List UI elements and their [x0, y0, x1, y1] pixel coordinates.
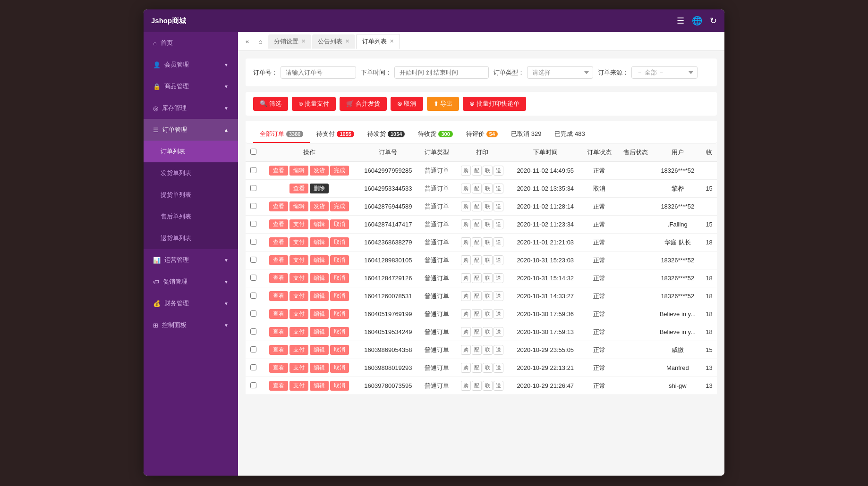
- sidebar-item-pickup-list[interactable]: 提货单列表: [144, 184, 238, 206]
- action-btn-complete[interactable]: 完成: [330, 166, 349, 176]
- status-tab-pending-ship[interactable]: 待发货 1054: [361, 126, 411, 143]
- action-btn-view[interactable]: 查看: [269, 219, 288, 229]
- action-btn-view[interactable]: 查看: [269, 166, 288, 176]
- row-checkbox[interactable]: [250, 221, 256, 227]
- tab-order-list[interactable]: 订单列表 ✕: [356, 34, 400, 49]
- action-btn-pay[interactable]: 支付: [289, 363, 308, 373]
- action-btn-cancel[interactable]: 取消: [330, 345, 349, 355]
- tab-collapse-button[interactable]: «: [242, 35, 253, 48]
- action-btn-cancel[interactable]: 取消: [330, 309, 349, 319]
- print-btn[interactable]: 联: [483, 273, 493, 283]
- sidebar-item-members[interactable]: 👤 会员管理 ▼: [144, 54, 238, 75]
- tab-home-button[interactable]: ⌂: [254, 35, 267, 48]
- globe-icon[interactable]: 🌐: [692, 16, 702, 26]
- status-tab-cancelled[interactable]: 已取消 329: [504, 126, 548, 143]
- action-btn-cancel[interactable]: 取消: [330, 363, 349, 373]
- action-btn-edit[interactable]: 编辑: [310, 309, 329, 319]
- row-checkbox[interactable]: [250, 364, 256, 370]
- tab-distribution-settings[interactable]: 分销设置 ✕: [268, 34, 311, 49]
- sidebar-item-aftersale-list[interactable]: 售后单列表: [144, 206, 238, 227]
- status-tab-pending-receive[interactable]: 待收货 300: [411, 126, 459, 143]
- action-btn-edit[interactable]: 编辑: [310, 381, 329, 391]
- print-btn[interactable]: 购: [461, 327, 471, 337]
- print-btn[interactable]: 配: [472, 345, 482, 355]
- print-btn[interactable]: 送: [494, 345, 503, 355]
- print-btn[interactable]: 联: [483, 363, 493, 373]
- print-btn[interactable]: 配: [472, 219, 482, 229]
- print-btn[interactable]: 购: [461, 219, 471, 229]
- close-icon[interactable]: ✕: [390, 38, 394, 44]
- print-btn[interactable]: 购: [461, 381, 471, 391]
- print-btn[interactable]: 配: [472, 291, 482, 301]
- print-btn[interactable]: 联: [483, 255, 493, 265]
- print-btn[interactable]: 送: [494, 219, 503, 229]
- print-btn[interactable]: 送: [494, 166, 503, 176]
- print-btn[interactable]: 购: [461, 291, 471, 301]
- action-btn-view[interactable]: 查看: [289, 184, 308, 193]
- print-btn[interactable]: 配: [472, 381, 482, 391]
- action-btn-edit[interactable]: 编辑: [310, 345, 329, 355]
- print-btn[interactable]: 送: [494, 363, 503, 373]
- sidebar-item-products[interactable]: 🔒 商品管理 ▼: [144, 75, 238, 97]
- order-type-select[interactable]: 请选择: [527, 66, 593, 79]
- action-btn-edit[interactable]: 编辑: [310, 237, 329, 247]
- print-btn[interactable]: 送: [494, 381, 503, 391]
- print-btn[interactable]: 配: [472, 237, 482, 247]
- action-btn-pay[interactable]: 支付: [289, 273, 308, 283]
- action-btn-edit[interactable]: 编辑: [310, 255, 329, 265]
- print-btn[interactable]: 购: [461, 309, 471, 319]
- action-btn-view[interactable]: 查看: [269, 273, 288, 283]
- action-btn-edit[interactable]: 编辑: [310, 291, 329, 301]
- sidebar-item-order-list[interactable]: 订单列表: [144, 141, 238, 162]
- cancel-button[interactable]: ⊗ 取消: [391, 97, 423, 111]
- print-btn[interactable]: 送: [494, 273, 503, 283]
- action-btn-view[interactable]: 查看: [269, 201, 288, 211]
- order-source-select[interactable]: － 全部 －: [631, 66, 698, 79]
- action-btn-view[interactable]: 查看: [269, 255, 288, 265]
- print-btn[interactable]: 联: [483, 309, 493, 319]
- action-btn-complete[interactable]: 完成: [330, 201, 349, 211]
- row-checkbox[interactable]: [250, 257, 256, 263]
- row-checkbox[interactable]: [250, 239, 256, 245]
- batch-pay-button[interactable]: ⊙ 批量支付: [292, 97, 336, 111]
- action-btn-edit[interactable]: 编辑: [289, 166, 308, 176]
- print-btn[interactable]: 送: [494, 309, 503, 319]
- status-tab-pending-review[interactable]: 待评价 54: [460, 126, 504, 143]
- print-btn[interactable]: 联: [483, 237, 493, 247]
- print-btn[interactable]: 购: [461, 201, 471, 211]
- action-btn-cancel[interactable]: 取消: [330, 327, 349, 337]
- print-btn[interactable]: 送: [494, 184, 503, 193]
- sidebar-item-operations[interactable]: 📊 运营管理 ▼: [144, 249, 238, 271]
- print-btn[interactable]: 配: [472, 273, 482, 283]
- print-btn[interactable]: 联: [483, 201, 493, 211]
- print-btn[interactable]: 送: [494, 291, 503, 301]
- action-btn-view[interactable]: 查看: [269, 381, 288, 391]
- print-btn[interactable]: 送: [494, 237, 503, 247]
- action-btn-pay[interactable]: 支付: [289, 327, 308, 337]
- row-checkbox[interactable]: [250, 203, 256, 209]
- tab-announcement-list[interactable]: 公告列表 ✕: [312, 34, 355, 49]
- sidebar-item-panel[interactable]: ⊞ 控制面板 ▼: [144, 314, 238, 336]
- print-btn[interactable]: 购: [461, 363, 471, 373]
- row-checkbox[interactable]: [250, 275, 256, 281]
- order-no-input[interactable]: [281, 66, 356, 79]
- row-checkbox[interactable]: [250, 167, 256, 173]
- action-btn-ship[interactable]: 发货: [310, 201, 329, 211]
- print-btn[interactable]: 配: [472, 309, 482, 319]
- filter-button[interactable]: 🔍 筛选: [253, 97, 288, 111]
- status-tab-all[interactable]: 全部订单 3380: [253, 126, 310, 143]
- row-checkbox[interactable]: [250, 185, 256, 191]
- print-btn[interactable]: 联: [483, 327, 493, 337]
- print-btn[interactable]: 联: [483, 219, 493, 229]
- action-btn-edit[interactable]: 编辑: [310, 273, 329, 283]
- sidebar-item-home[interactable]: ⌂ 首页: [144, 32, 238, 54]
- print-btn[interactable]: 购: [461, 345, 471, 355]
- print-btn[interactable]: 配: [472, 363, 482, 373]
- sidebar-item-ship-list[interactable]: 发货单列表: [144, 162, 238, 184]
- print-btn[interactable]: 配: [472, 201, 482, 211]
- print-btn[interactable]: 配: [472, 255, 482, 265]
- action-btn-view[interactable]: 查看: [269, 363, 288, 373]
- print-btn[interactable]: 配: [472, 184, 482, 193]
- order-time-input[interactable]: [394, 66, 489, 79]
- print-btn[interactable]: 联: [483, 291, 493, 301]
